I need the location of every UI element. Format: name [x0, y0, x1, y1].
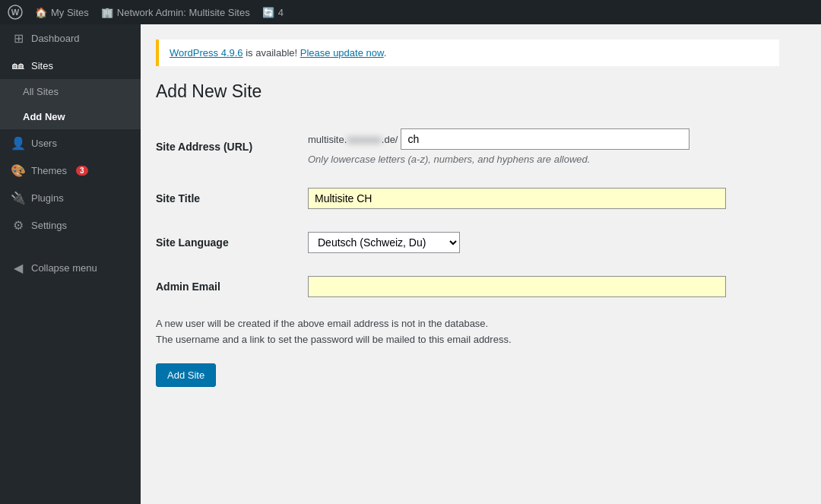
plugins-icon: 🔌	[11, 191, 25, 204]
network-admin-item[interactable]: 🏢 Network Admin: Multisite Sites	[101, 7, 250, 18]
url-prefix: multisite.xxxxxxx.de/	[308, 134, 398, 145]
settings-icon: ⚙	[11, 218, 25, 232]
add-site-button[interactable]: Add Site	[156, 363, 216, 387]
sidebar-sub-sites: All Sites Add New	[0, 79, 141, 129]
sidebar-users-label: Users	[31, 138, 57, 149]
wp-logo-icon: W	[8, 5, 23, 20]
sidebar-item-collapse[interactable]: ◀ Collapse menu	[0, 254, 141, 281]
sidebar: ⊞ Dashboard 🏘 Sites All Sites Add New 👤 …	[0, 24, 141, 504]
sidebar-item-sites[interactable]: 🏘 Sites	[0, 52, 141, 79]
add-site-form: Site Address (URL) multisite.xxxxxxx.de/…	[156, 117, 779, 309]
update-notice: WordPress 4.9.6 is available! Please upd…	[156, 40, 779, 66]
update-item[interactable]: 🔄 4	[262, 7, 284, 18]
top-bar: W 🏠 My Sites 🏢 Network Admin: Multisite …	[0, 0, 821, 24]
admin-email-row: Admin Email	[156, 265, 779, 309]
sidebar-sites-label: Sites	[31, 60, 53, 71]
site-language-label: Site Language	[156, 236, 229, 249]
site-language-select[interactable]: English (United States) Deutsch (Schweiz…	[308, 232, 460, 253]
site-title-row: Site Title	[156, 176, 779, 220]
add-new-label: Add New	[23, 111, 65, 122]
sidebar-item-themes[interactable]: 🎨 Themes 3	[0, 157, 141, 184]
update-link[interactable]: Please update now	[300, 47, 384, 59]
url-domain-blurred: xxxxxxx	[347, 134, 382, 145]
sidebar-item-dashboard[interactable]: ⊞ Dashboard	[0, 24, 141, 52]
sidebar-themes-label: Themes	[31, 165, 67, 176]
sidebar-dashboard-label: Dashboard	[31, 33, 80, 44]
site-address-label: Site Address (URL)	[156, 141, 252, 153]
page-title: Add New Site	[156, 81, 806, 102]
layout: ⊞ Dashboard 🏘 Sites All Sites Add New 👤 …	[0, 24, 821, 504]
themes-icon: 🎨	[11, 163, 25, 177]
update-icon: 🔄	[262, 7, 274, 18]
sidebar-item-users[interactable]: 👤 Users	[0, 129, 141, 157]
url-input[interactable]	[401, 128, 689, 150]
sidebar-item-plugins[interactable]: 🔌 Plugins	[0, 184, 141, 211]
url-prefix-text: multisite.	[308, 134, 347, 145]
network-admin-label: Network Admin: Multisite Sites	[117, 7, 250, 18]
sidebar-item-settings[interactable]: ⚙ Settings	[0, 211, 141, 239]
sidebar-collapse-label: Collapse menu	[31, 262, 97, 274]
url-hint: Only lowercase letters (a-z), numbers, a…	[308, 154, 779, 165]
my-sites-label: My Sites	[51, 7, 89, 18]
collapse-icon: ◀	[11, 261, 25, 274]
admin-email-label: Admin Email	[156, 281, 220, 293]
svg-text:W: W	[11, 8, 20, 17]
site-address-row: Site Address (URL) multisite.xxxxxxx.de/…	[156, 117, 779, 176]
site-language-row: Site Language English (United States) De…	[156, 220, 779, 265]
notice-text: is available!	[246, 47, 300, 59]
url-tld: .de/	[382, 134, 398, 145]
admin-email-input[interactable]	[308, 276, 726, 297]
my-sites-item[interactable]: 🏠 My Sites	[35, 7, 89, 18]
sidebar-item-all-sites[interactable]: All Sites	[0, 79, 141, 104]
version-link[interactable]: WordPress 4.9.6	[170, 47, 243, 59]
info-line1: A new user will be created if the above …	[156, 318, 488, 329]
sites-icon: 🏘	[11, 59, 25, 72]
sidebar-settings-label: Settings	[31, 220, 67, 231]
users-icon: 👤	[11, 136, 25, 150]
wp-logo-item[interactable]: W	[8, 5, 23, 20]
my-sites-icon: 🏠	[35, 7, 47, 18]
dashboard-icon: ⊞	[11, 31, 25, 45]
network-admin-icon: 🏢	[101, 7, 113, 18]
sidebar-plugins-label: Plugins	[31, 192, 64, 204]
all-sites-label: All Sites	[23, 86, 59, 97]
update-count: 4	[278, 7, 284, 18]
site-title-input[interactable]	[308, 188, 726, 209]
sidebar-item-add-new[interactable]: Add New	[0, 104, 141, 129]
themes-badge: 3	[76, 166, 88, 176]
info-text: A new user will be created if the above …	[156, 316, 806, 348]
info-line2: The username and a link to set the passw…	[156, 334, 512, 345]
main-content: WordPress 4.9.6 is available! Please upd…	[141, 24, 821, 504]
url-input-wrapper: multisite.xxxxxxx.de/	[308, 128, 779, 150]
site-title-label: Site Title	[156, 192, 200, 204]
